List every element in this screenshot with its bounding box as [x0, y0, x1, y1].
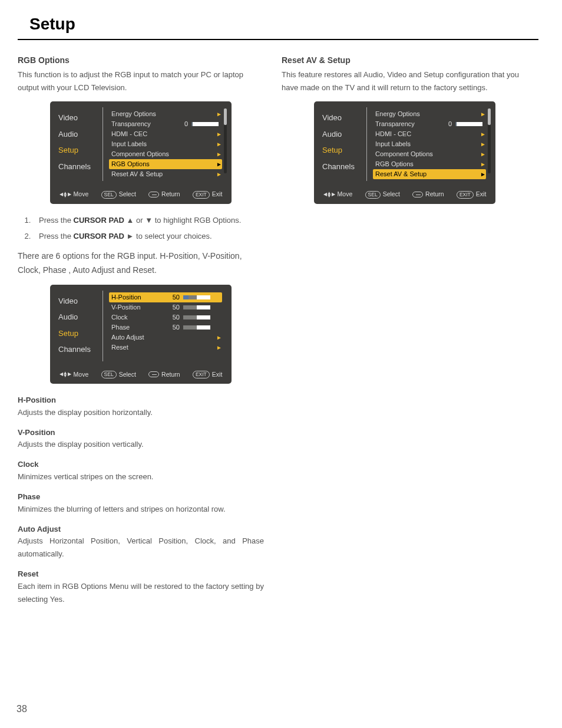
- reset-heading: Reset: [18, 568, 264, 580]
- osd-item-energy: Energy Options►: [109, 109, 222, 119]
- move-arrows-icon: ▲▼: [323, 191, 335, 198]
- options-summary: There are 6 options for the RGB input. H…: [18, 249, 264, 278]
- osd-item-reset-av: Reset AV & Setup►: [109, 169, 222, 179]
- osd-tab-audio: Audio: [58, 309, 103, 325]
- sel-capsule-icon: SEL: [101, 371, 117, 378]
- rgb-options-heading: RGB Options: [18, 54, 264, 67]
- caret-right-icon: ►: [216, 333, 222, 342]
- sel-capsule-icon: SEL: [365, 191, 381, 199]
- osd-item-hdmi: HDMI - CEC►: [109, 129, 222, 139]
- osd-item-input-labels: Input Labels►: [109, 139, 222, 149]
- clock-text: Minimizes vertical stripes on the screen…: [18, 470, 264, 483]
- exit-capsule-icon: EXIT: [193, 191, 210, 199]
- caret-right-icon: ►: [216, 343, 222, 352]
- osd-tab-video: Video: [58, 110, 103, 126]
- osd-tab-channels: Channels: [58, 159, 103, 175]
- osd-item-reset-av-highlighted: Reset AV & Setup►: [373, 169, 486, 179]
- return-icon: [148, 371, 159, 377]
- exit-capsule-icon: EXIT: [193, 371, 210, 378]
- caret-right-icon: ►: [480, 140, 486, 149]
- osd-tab-setup: Setup: [58, 325, 103, 342]
- osd-tab-video: Video: [58, 293, 103, 309]
- sel-capsule-icon: SEL: [101, 191, 117, 199]
- osd-item-energy: Energy Options►: [373, 109, 486, 119]
- caret-right-icon: ►: [216, 130, 222, 139]
- caret-right-icon: ►: [216, 160, 222, 169]
- osd-item-autoadjust: Auto Adjust►: [109, 332, 222, 342]
- osd-item-transparency: Transparency0: [109, 119, 222, 129]
- caret-right-icon: ►: [480, 160, 486, 169]
- page-number: 38: [16, 702, 27, 716]
- right-column: Reset AV & Setup This feature restores a…: [282, 53, 528, 610]
- osd-item-transparency: Transparency0: [373, 119, 486, 129]
- osd-item-vposition: V-Position50: [109, 302, 222, 312]
- exit-capsule-icon: EXIT: [457, 191, 474, 199]
- vpos-heading: V-Position: [18, 427, 264, 439]
- osd-rgb-submenu: Video Audio Setup Channels H-Position50 …: [50, 285, 232, 384]
- return-icon: [148, 192, 159, 197]
- caret-right-icon: ►: [480, 110, 486, 118]
- osd-scrollbar: [224, 108, 227, 173]
- osd-footer: ▲▼Move SELSelect Return EXITExit: [54, 187, 228, 200]
- osd-item-clock: Clock50: [109, 312, 222, 322]
- osd-footer: ▲▼Move SELSelect Return EXITExit: [318, 187, 492, 200]
- osd-tab-audio: Audio: [58, 126, 103, 143]
- instruction-1: Press the CURSOR PAD ▲ or ▼ to highlight…: [33, 215, 264, 226]
- autoadjust-text: Adjusts Horizontal Position, Vertical Po…: [18, 535, 264, 561]
- title-rule: [18, 39, 538, 40]
- osd-tabs: Video Audio Setup Channels: [318, 107, 367, 181]
- vpos-text: Adjusts the display position vertically.: [18, 438, 264, 451]
- osd-item-hdmi: HDMI - CEC►: [373, 129, 486, 139]
- reset-av-intro: This feature restores all Audio, Video a…: [282, 68, 528, 94]
- osd-item-rgb-highlighted: RGB Options►: [109, 159, 222, 169]
- osd-item-phase: Phase50: [109, 322, 222, 332]
- caret-right-icon: ►: [480, 150, 486, 159]
- clock-heading: Clock: [18, 459, 264, 470]
- move-arrows-icon: ▲▼: [59, 191, 71, 198]
- osd-item-hposition-hl: H-Position50: [109, 292, 222, 302]
- caret-right-icon: ►: [480, 170, 486, 179]
- hpos-text: Adjusts the display position horizontall…: [18, 406, 264, 419]
- return-icon: [412, 192, 423, 197]
- osd-item-component: Component Options►: [109, 149, 222, 159]
- osd-item-component: Component Options►: [373, 149, 486, 159]
- osd-tab-setup: Setup: [322, 142, 366, 159]
- phase-text: Minimizes the blurring of letters and st…: [18, 503, 264, 516]
- instruction-list: Press the CURSOR PAD ▲ or ▼ to highlight…: [33, 215, 264, 242]
- osd-scrollbar: [488, 108, 491, 173]
- move-arrows-icon: ▲▼: [59, 371, 71, 378]
- instruction-2: Press the CURSOR PAD ► to select your ch…: [33, 230, 264, 242]
- osd-setup-resetav: Video Audio Setup Channels Energy Option…: [314, 101, 495, 204]
- osd-tabs: Video Audio Setup Channels: [54, 291, 103, 361]
- osd-setup-rgb: Video Audio Setup Channels Energy Option…: [50, 101, 232, 204]
- reset-av-heading: Reset AV & Setup: [282, 54, 528, 67]
- osd-footer: ▲▼Move SELSelect Return EXITExit: [54, 367, 228, 381]
- rgb-options-intro: This function is to adjust the RGB input…: [18, 68, 264, 94]
- osd-item-input-labels: Input Labels►: [373, 139, 486, 149]
- page-title: Setup: [29, 12, 538, 37]
- caret-right-icon: ►: [216, 170, 222, 179]
- caret-right-icon: ►: [216, 150, 222, 159]
- osd-tab-audio: Audio: [322, 126, 366, 143]
- hpos-heading: H-Position: [18, 394, 264, 406]
- osd-item-reset: Reset►: [109, 342, 222, 353]
- osd-tab-channels: Channels: [58, 341, 103, 358]
- osd-tabs: Video Audio Setup Channels: [54, 107, 103, 181]
- autoadjust-heading: Auto Adjust: [18, 523, 264, 535]
- osd-item-rgb: RGB Options►: [373, 159, 486, 169]
- caret-right-icon: ►: [480, 130, 486, 139]
- osd-tab-channels: Channels: [322, 159, 366, 175]
- left-column: RGB Options This function is to adjust t…: [18, 53, 264, 610]
- reset-text: Each item in RGB Options Menu will be re…: [18, 580, 264, 606]
- osd-tab-video: Video: [322, 110, 366, 126]
- caret-right-icon: ►: [216, 110, 222, 118]
- caret-right-icon: ►: [216, 140, 222, 149]
- osd-tab-setup: Setup: [58, 142, 103, 159]
- phase-heading: Phase: [18, 491, 264, 503]
